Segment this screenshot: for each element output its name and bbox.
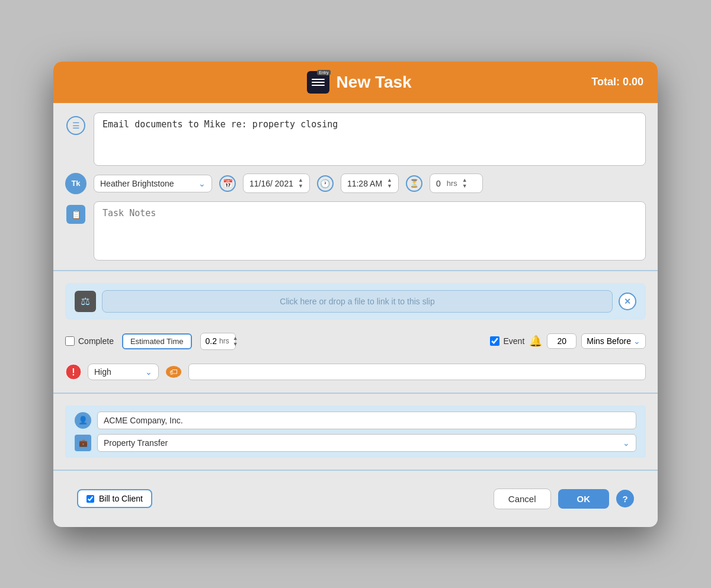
matter-row: 💼 Property Transfer ⌄: [75, 434, 636, 452]
menu-icon: ☰: [66, 116, 85, 135]
menu-symbol: ☰: [72, 121, 80, 130]
estimated-time-button[interactable]: Estimated Time: [122, 333, 192, 349]
icon-line-1: [312, 79, 325, 80]
matter-select[interactable]: Property Transfer ⌄: [97, 434, 636, 452]
time-down-btn[interactable]: ▼: [387, 184, 392, 189]
footer-buttons: Cancel OK ?: [494, 489, 634, 509]
est-hours-unit: hrs: [219, 337, 229, 345]
bill-to-client-text: Bill to Client: [99, 494, 143, 503]
entry-icon: Entry: [307, 71, 329, 94]
bell-icon: 🔔: [529, 335, 542, 348]
hours-down-btn[interactable]: ▼: [462, 184, 467, 189]
assignee-select[interactable]: Heather Brightstone ⌄: [94, 175, 212, 192]
mins-input[interactable]: 20: [547, 333, 577, 349]
ok-button[interactable]: OK: [558, 489, 610, 509]
date-up-btn[interactable]: ▲: [298, 178, 303, 183]
assignee-dropdown-arrow: ⌄: [198, 179, 206, 188]
controls-row: Tk Heather Brightstone ⌄ 📅 11/16/ 2021 ▲…: [65, 173, 646, 194]
warning-icon: !: [65, 364, 82, 380]
file-drop-section: ⚖ Click here or drop a file to link it t…: [65, 283, 646, 320]
time-value: 11:28 AM: [347, 179, 382, 188]
estimated-time-label: Estimated Time: [130, 337, 184, 346]
description-row: ☰ Email documents to Mike re: property c…: [65, 113, 646, 166]
close-button[interactable]: ✕: [619, 293, 636, 310]
divider-3: [53, 470, 658, 471]
hours-value: 0: [436, 179, 441, 188]
est-hours-stepper[interactable]: ▲ ▼: [233, 336, 238, 347]
assignee-value: Heather Brightstone: [100, 179, 195, 188]
menu-icon-container: ☰: [65, 115, 87, 136]
help-button[interactable]: ?: [616, 490, 634, 507]
time-up-btn[interactable]: ▲: [387, 178, 392, 183]
matter-value: Property Transfer: [104, 438, 168, 448]
divider-2: [53, 393, 658, 394]
complete-checkbox[interactable]: [65, 336, 75, 346]
hours-stepper[interactable]: ▲ ▼: [462, 178, 467, 189]
date-stepper[interactable]: ▲ ▼: [298, 178, 303, 189]
divider-1: [53, 270, 658, 271]
hourglass-icon: ⏳: [406, 175, 422, 192]
event-checkbox-label[interactable]: Event: [490, 336, 524, 346]
mins-before-dropdown-arrow: ⌄: [633, 336, 640, 346]
client-row: 👤: [75, 412, 636, 429]
mins-value: 20: [558, 336, 567, 346]
priority-dropdown-arrow: ⌄: [145, 367, 152, 377]
priority-value: High: [94, 367, 142, 377]
bill-to-client-checkbox[interactable]: [87, 495, 94, 503]
time-field[interactable]: 11:28 AM ▲ ▼: [341, 173, 399, 193]
description-field[interactable]: Email documents to Mike re: property clo…: [94, 113, 646, 166]
hours-up-btn[interactable]: ▲: [462, 178, 467, 183]
options-row: Complete Estimated Time 0.2 hrs ▲ ▼ Even…: [65, 329, 646, 354]
matter-briefcase-icon: 💼: [75, 435, 91, 451]
footer: Bill to Client Cancel OK ?: [65, 480, 646, 518]
est-hours-value: 0.2: [206, 336, 217, 346]
time-stepper[interactable]: ▲ ▼: [387, 178, 392, 189]
date-down-btn[interactable]: ▼: [298, 184, 303, 189]
est-hours-field[interactable]: 0.2 hrs ▲ ▼: [200, 333, 236, 350]
tk-label: Tk: [71, 179, 80, 188]
mins-before-label: Mins Before: [587, 336, 631, 346]
cancel-button[interactable]: Cancel: [494, 489, 551, 509]
notes-field[interactable]: [94, 201, 646, 261]
event-section: Event 🔔 20 Mins Before ⌄: [490, 333, 646, 349]
tag-icon: 🏷: [165, 363, 182, 381]
date-field[interactable]: 11/16/ 2021 ▲ ▼: [243, 173, 310, 193]
notes-icon-container: 📋: [65, 204, 87, 225]
notes-row: 📋: [65, 201, 646, 261]
dialog-body: ☰ Email documents to Mike re: property c…: [53, 103, 658, 527]
matter-dropdown-arrow: ⌄: [623, 438, 630, 448]
mins-before-select[interactable]: Mins Before ⌄: [581, 333, 646, 349]
est-hours-down-btn[interactable]: ▼: [233, 342, 238, 347]
tag-input[interactable]: [188, 364, 646, 380]
clock-icon: 🕐: [317, 175, 334, 192]
scale-icon: ⚖: [75, 291, 96, 312]
file-drop-area[interactable]: Click here or drop a file to link it to …: [102, 290, 613, 313]
new-task-dialog: Entry New Task Total: 0.00 ☰ Email docum…: [53, 62, 658, 527]
scale-symbol: ⚖: [81, 295, 90, 308]
file-drop-label: Click here or drop a file to link it to …: [280, 297, 434, 306]
hours-unit: hrs: [447, 179, 457, 188]
notes-icon: 📋: [66, 205, 85, 224]
client-field[interactable]: [97, 412, 636, 429]
icon-line-2: [312, 82, 325, 83]
priority-row: ! High ⌄ 🏷: [65, 361, 646, 383]
entry-icon-label: Entry: [317, 70, 330, 75]
complete-checkbox-label[interactable]: Complete: [65, 336, 114, 346]
svg-text:🏷: 🏷: [169, 367, 178, 377]
est-hours-up-btn[interactable]: ▲: [233, 336, 238, 341]
icon-line-3: [312, 85, 325, 86]
date-value: 11/16/ 2021: [249, 179, 293, 188]
event-label: Event: [503, 336, 524, 346]
dialog-title: New Task: [337, 73, 412, 92]
svg-text:!: !: [72, 367, 75, 377]
calendar-icon: 📅: [219, 175, 236, 192]
hours-field[interactable]: 0 hrs ▲ ▼: [430, 173, 483, 193]
client-section: 👤 💼 Property Transfer ⌄: [65, 406, 646, 458]
client-person-icon: 👤: [75, 412, 91, 429]
complete-label: Complete: [78, 336, 114, 346]
event-checkbox[interactable]: [490, 336, 499, 346]
priority-select[interactable]: High ⌄: [88, 364, 159, 380]
bill-to-client-label[interactable]: Bill to Client: [77, 489, 152, 508]
dialog-header: Entry New Task Total: 0.00: [53, 62, 658, 103]
header-icon-lines: [312, 79, 325, 86]
